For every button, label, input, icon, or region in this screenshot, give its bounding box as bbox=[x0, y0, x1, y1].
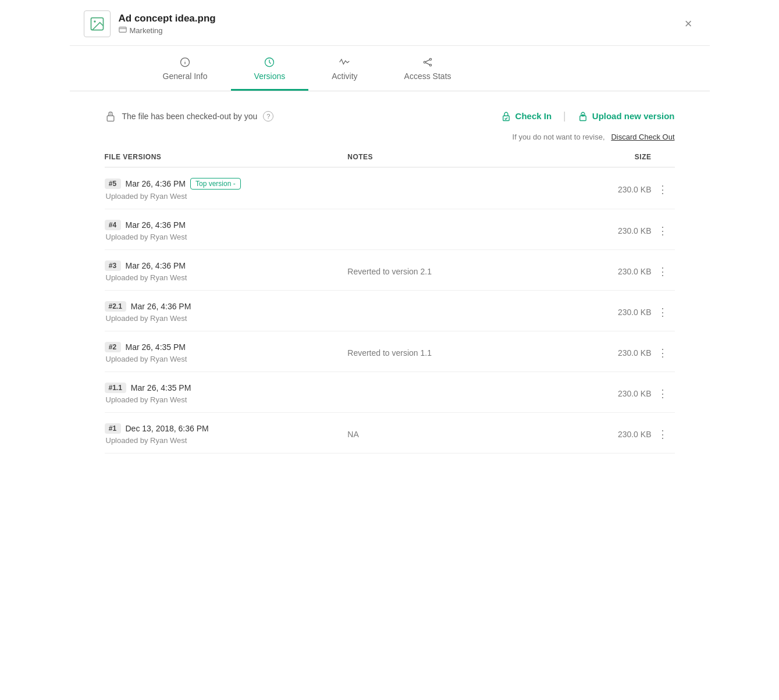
header-titles: Ad concept idea.png Marketing bbox=[119, 13, 216, 35]
more-options-button[interactable]: ⋮ bbox=[653, 385, 673, 402]
more-options-button[interactable]: ⋮ bbox=[653, 181, 673, 198]
tab-activity-label: Activity bbox=[332, 72, 357, 81]
version-date: Dec 13, 2018, 6:36 PM bbox=[126, 424, 209, 433]
version-uploader: Uploaded by Ryan West bbox=[105, 273, 348, 282]
version-top: #1.1 Mar 26, 4:35 PM bbox=[105, 383, 348, 393]
checkout-icon bbox=[105, 110, 116, 122]
checkout-message: The file has been checked-out by you bbox=[122, 112, 258, 121]
tab-activity[interactable]: Activity bbox=[308, 46, 380, 91]
version-badge: #1 bbox=[105, 423, 121, 434]
svg-point-5 bbox=[185, 60, 186, 60]
modal-container: Ad concept idea.png Marketing × bbox=[70, 0, 710, 700]
tab-versions[interactable]: Versions bbox=[231, 46, 309, 91]
version-size: 230.0 KB bbox=[530, 266, 652, 277]
size-text: 230.0 KB bbox=[618, 348, 652, 358]
upload-new-version-button[interactable]: Upload new version bbox=[578, 111, 675, 122]
svg-point-7 bbox=[424, 61, 425, 63]
version-top: #2.1 Mar 26, 4:36 PM bbox=[105, 301, 348, 312]
version-top: #4 Mar 26, 4:36 PM bbox=[105, 220, 348, 230]
version-info: #1 Dec 13, 2018, 6:36 PM Uploaded by Rya… bbox=[105, 423, 348, 445]
file-thumbnail bbox=[84, 10, 111, 37]
version-size: 230.0 KB bbox=[530, 184, 652, 195]
version-actions: ⋮ bbox=[651, 303, 674, 321]
clock-icon bbox=[264, 56, 275, 68]
version-top: #2 Mar 26, 4:35 PM bbox=[105, 342, 348, 352]
size-text: 230.0 KB bbox=[618, 185, 652, 194]
version-info: #2.1 Mar 26, 4:36 PM Uploaded by Ryan We… bbox=[105, 301, 348, 323]
svg-line-11 bbox=[426, 63, 430, 65]
col-actions bbox=[651, 153, 674, 161]
version-badge: #1.1 bbox=[105, 383, 126, 393]
table-row: #2.1 Mar 26, 4:36 PM Uploaded by Ryan We… bbox=[105, 291, 675, 331]
more-options-button[interactable]: ⋮ bbox=[653, 344, 673, 362]
version-uploader: Uploaded by Ryan West bbox=[105, 314, 348, 323]
svg-point-1 bbox=[94, 20, 96, 23]
version-info: #3 Mar 26, 4:36 PM Uploaded by Ryan West bbox=[105, 260, 348, 282]
version-badge: #2 bbox=[105, 342, 121, 352]
size-text: 230.0 KB bbox=[618, 430, 652, 439]
version-uploader: Uploaded by Ryan West bbox=[105, 395, 348, 404]
table-row: #1.1 Mar 26, 4:35 PM Uploaded by Ryan We… bbox=[105, 372, 675, 413]
version-actions: ⋮ bbox=[651, 263, 674, 280]
version-uploader: Uploaded by Ryan West bbox=[105, 192, 348, 201]
version-date: Mar 26, 4:35 PM bbox=[131, 383, 191, 392]
more-options-button[interactable]: ⋮ bbox=[653, 263, 673, 280]
table-row: #5 Mar 26, 4:36 PM Top version - Uploade… bbox=[105, 167, 675, 209]
tab-general-info[interactable]: General Info bbox=[140, 46, 231, 91]
info-icon bbox=[179, 56, 191, 68]
version-actions: ⋮ bbox=[651, 385, 674, 402]
note-text: Reverted to version 2.1 bbox=[347, 267, 432, 276]
version-top: #5 Mar 26, 4:36 PM Top version - bbox=[105, 178, 348, 190]
version-actions: ⋮ bbox=[651, 181, 674, 198]
more-options-button[interactable]: ⋮ bbox=[653, 426, 673, 443]
tab-versions-label: Versions bbox=[254, 72, 286, 81]
access-stats-icon bbox=[422, 56, 433, 68]
tab-access-stats[interactable]: Access Stats bbox=[381, 46, 475, 91]
discard-row: If you do not want to revise, Discard Ch… bbox=[105, 133, 675, 141]
checkout-message-row: The file has been checked-out by you ? bbox=[105, 110, 274, 122]
version-uploader: Uploaded by Ryan West bbox=[105, 233, 348, 241]
version-date: Mar 26, 4:36 PM bbox=[126, 220, 186, 230]
help-icon[interactable]: ? bbox=[263, 111, 273, 122]
more-options-button[interactable]: ⋮ bbox=[653, 303, 673, 321]
check-in-icon bbox=[501, 111, 511, 122]
table-row: #1 Dec 13, 2018, 6:36 PM Uploaded by Rya… bbox=[105, 413, 675, 453]
version-info: #5 Mar 26, 4:36 PM Top version - Uploade… bbox=[105, 178, 348, 201]
discard-prefix: If you do not want to revise, bbox=[513, 133, 605, 141]
version-actions: ⋮ bbox=[651, 426, 674, 443]
header: Ad concept idea.png Marketing × bbox=[70, 0, 710, 46]
table-row: #4 Mar 26, 4:36 PM Uploaded by Ryan West… bbox=[105, 209, 675, 250]
more-options-button[interactable]: ⋮ bbox=[653, 222, 673, 240]
col-size: SIZE bbox=[530, 153, 652, 161]
close-button[interactable]: × bbox=[681, 15, 696, 33]
version-note: Reverted to version 1.1 bbox=[347, 348, 529, 358]
size-text: 230.0 KB bbox=[618, 267, 652, 276]
folder-name: Marketing bbox=[130, 26, 163, 35]
size-text: 230.0 KB bbox=[618, 226, 652, 235]
version-note: NA bbox=[347, 429, 529, 440]
activity-icon bbox=[339, 56, 350, 68]
version-size: 230.0 KB bbox=[530, 429, 652, 440]
discard-checkout-link[interactable]: Discard Check Out bbox=[611, 133, 674, 141]
version-actions: ⋮ bbox=[651, 344, 674, 362]
size-text: 230.0 KB bbox=[618, 389, 652, 398]
file-name: Ad concept idea.png bbox=[119, 13, 216, 24]
upload-icon bbox=[578, 111, 588, 122]
svg-rect-12 bbox=[107, 116, 114, 121]
tab-bar: General Info Versions Activity bbox=[70, 46, 710, 91]
version-badge: #2.1 bbox=[105, 301, 126, 312]
checkout-actions: Check In | Upload new version bbox=[501, 110, 675, 122]
check-in-label: Check In bbox=[515, 111, 552, 121]
size-text: 230.0 KB bbox=[618, 308, 652, 317]
upload-new-version-label: Upload new version bbox=[592, 111, 675, 121]
version-info: #1.1 Mar 26, 4:35 PM Uploaded by Ryan We… bbox=[105, 383, 348, 404]
folder-row: Marketing bbox=[119, 26, 216, 35]
version-size: 230.0 KB bbox=[530, 388, 652, 399]
version-uploader: Uploaded by Ryan West bbox=[105, 436, 348, 445]
action-divider: | bbox=[563, 110, 566, 122]
version-badge: #4 bbox=[105, 220, 121, 230]
check-in-button[interactable]: Check In bbox=[501, 111, 552, 122]
svg-line-10 bbox=[426, 60, 430, 62]
version-top: #1 Dec 13, 2018, 6:36 PM bbox=[105, 423, 348, 434]
version-date: Mar 26, 4:35 PM bbox=[126, 342, 186, 352]
